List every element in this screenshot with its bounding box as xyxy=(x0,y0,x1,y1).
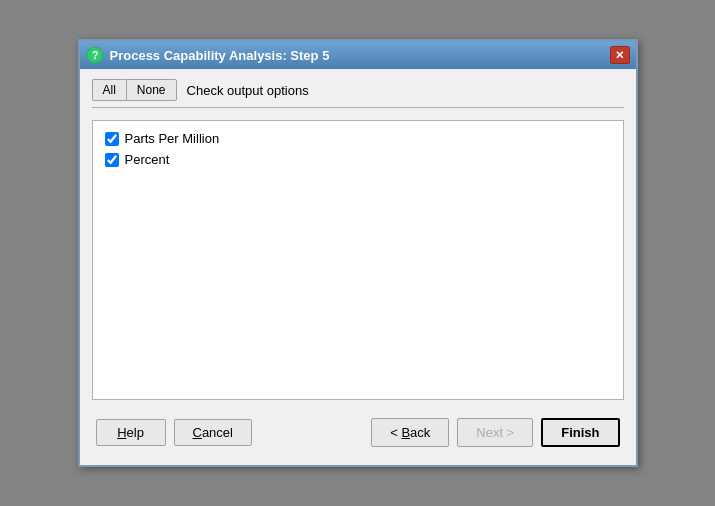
svg-text:?: ? xyxy=(91,49,98,61)
title-text: Process Capability Analysis: Step 5 xyxy=(110,48,330,63)
title-bar-left: ? Process Capability Analysis: Step 5 xyxy=(86,46,330,64)
dialog-window: ? Process Capability Analysis: Step 5 ✕ … xyxy=(78,39,638,467)
cancel-button[interactable]: Cancel xyxy=(174,419,252,446)
all-button[interactable]: All xyxy=(92,79,126,101)
dialog-body: All None Check output options Parts Per … xyxy=(80,69,636,465)
next-button[interactable]: Next > xyxy=(457,418,533,447)
none-button[interactable]: None xyxy=(126,79,177,101)
ppm-label: Parts Per Million xyxy=(125,131,220,146)
finish-button[interactable]: Finish xyxy=(541,418,619,447)
bottom-buttons: Help Cancel < Back Next > Finish xyxy=(92,412,624,455)
close-button[interactable]: ✕ xyxy=(610,46,630,64)
content-area: Parts Per Million Percent xyxy=(92,120,624,400)
section-label: Check output options xyxy=(187,83,309,98)
percent-checkbox[interactable] xyxy=(105,153,119,167)
checkbox-row-ppm: Parts Per Million xyxy=(105,131,611,146)
percent-label: Percent xyxy=(125,152,170,167)
toolbar-row: All None Check output options xyxy=(92,79,624,108)
back-button[interactable]: < Back xyxy=(371,418,449,447)
dialog-icon: ? xyxy=(86,46,104,64)
help-button[interactable]: Help xyxy=(96,419,166,446)
title-bar: ? Process Capability Analysis: Step 5 ✕ xyxy=(80,41,636,69)
checkbox-row-percent: Percent xyxy=(105,152,611,167)
btn-group-right: < Back Next > Finish xyxy=(371,418,619,447)
btn-group-left: Help Cancel xyxy=(96,419,252,446)
ppm-checkbox[interactable] xyxy=(105,132,119,146)
